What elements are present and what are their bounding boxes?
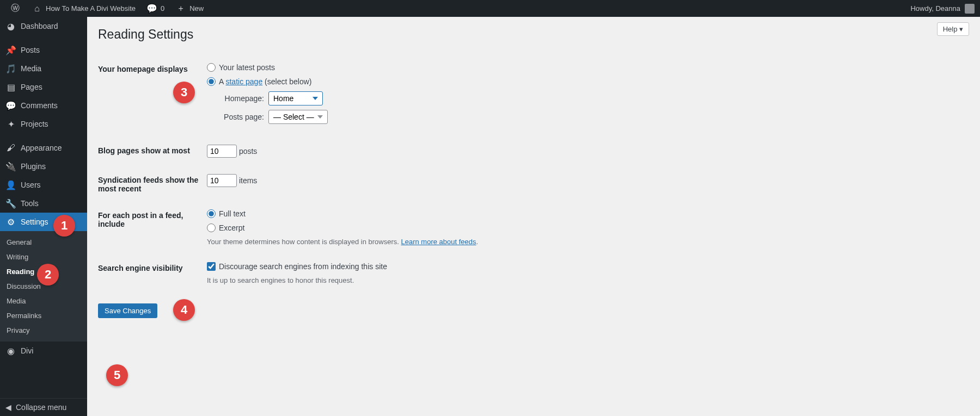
- radio-excerpt-label: Excerpt: [219, 223, 244, 232]
- home-icon: ⌂: [32, 3, 42, 14]
- projects-icon: ✦: [5, 119, 16, 129]
- plug-icon: 🔌: [5, 161, 16, 172]
- radio-latest-posts-label: Your latest posts: [219, 63, 275, 72]
- collapse-icon: ◀: [5, 403, 11, 412]
- submenu-writing[interactable]: Writing: [0, 250, 87, 264]
- blog-pages-unit: posts: [239, 147, 257, 156]
- menu-appearance[interactable]: 🖌Appearance: [0, 139, 87, 157]
- comment-icon: 💬: [5, 100, 16, 111]
- search-visibility-label: Search engine visibility: [98, 262, 207, 272]
- menu-posts[interactable]: 📌Posts: [0, 41, 87, 59]
- greeting-text: Howdy, Deanna: [910, 4, 960, 13]
- callout-2: 2: [37, 264, 59, 285]
- new-label: New: [189, 4, 204, 13]
- callout-1: 1: [53, 215, 75, 237]
- checkbox-discourage-label: Discourage search engines from indexing …: [219, 262, 387, 271]
- dashboard-icon: ◕: [5, 21, 16, 32]
- save-button[interactable]: Save Changes: [98, 303, 157, 318]
- divi-icon: ◉: [5, 345, 16, 356]
- menu-plugins[interactable]: 🔌Plugins: [0, 157, 87, 176]
- site-title: How To Make A Divi Website: [46, 4, 136, 13]
- menu-tools[interactable]: 🔧Tools: [0, 194, 87, 213]
- content-area: Help ▾ Reading Settings Your homepage di…: [87, 17, 980, 416]
- brush-icon: 🖌: [5, 142, 16, 153]
- callout-4: 4: [173, 299, 195, 321]
- search-visibility-desc: It is up to search engines to honor this…: [207, 276, 969, 284]
- media-icon: 🎵: [5, 63, 16, 74]
- page-title: Reading Settings: [98, 22, 969, 44]
- submenu-permalinks[interactable]: Permalinks: [0, 308, 87, 323]
- wp-logo[interactable]: ⓦ: [5, 0, 25, 17]
- postspage-select-label: Posts page:: [218, 113, 264, 121]
- submenu-privacy[interactable]: Privacy: [0, 323, 87, 338]
- callout-5: 5: [106, 364, 128, 386]
- help-tab[interactable]: Help ▾: [937, 22, 969, 36]
- static-page-link[interactable]: static page: [225, 77, 262, 86]
- menu-users[interactable]: 👤Users: [0, 176, 87, 194]
- syndication-label: Syndication feeds show the most recent: [98, 174, 207, 193]
- submenu-general[interactable]: General: [0, 235, 87, 250]
- user-icon: 👤: [5, 179, 16, 190]
- plus-icon: +: [175, 3, 186, 14]
- menu-dashboard[interactable]: ◕Dashboard: [0, 17, 87, 35]
- radio-full-text-label: Full text: [219, 209, 246, 218]
- avatar[interactable]: [965, 4, 975, 14]
- blog-pages-label: Blog pages show at most: [98, 145, 207, 155]
- settings-submenu: General Writing Reading Discussion Media…: [0, 231, 87, 342]
- site-link[interactable]: ⌂How To Make A Divi Website: [27, 0, 140, 17]
- menu-comments[interactable]: 💬Comments: [0, 96, 87, 115]
- comments-count: 0: [161, 4, 164, 13]
- menu-media[interactable]: 🎵Media: [0, 59, 87, 78]
- menu-projects[interactable]: ✦Projects: [0, 115, 87, 133]
- menu-pages[interactable]: ▤Pages: [0, 78, 87, 96]
- menu-divi[interactable]: ◉Divi: [0, 342, 87, 360]
- homepage-select[interactable]: Home: [268, 91, 323, 105]
- admin-bar: ⓦ ⌂How To Make A Divi Website 💬0 +New Ho…: [0, 0, 980, 17]
- page-icon: ▤: [5, 82, 16, 92]
- blog-pages-input[interactable]: [207, 145, 237, 158]
- radio-excerpt[interactable]: [207, 223, 216, 232]
- pin-icon: 📌: [5, 45, 16, 55]
- callout-3: 3: [173, 82, 195, 103]
- postspage-select[interactable]: — Select —: [268, 110, 328, 124]
- wrench-icon: 🔧: [5, 198, 16, 209]
- settings-icon: ⚙: [5, 216, 16, 227]
- syndication-unit: items: [239, 176, 257, 185]
- syndication-input[interactable]: [207, 174, 237, 187]
- feed-include-label: For each post in a feed, include: [98, 209, 207, 228]
- radio-static-page[interactable]: [207, 77, 216, 86]
- new-content[interactable]: +New: [171, 0, 208, 17]
- learn-feeds-link[interactable]: Learn more about feeds: [401, 238, 476, 246]
- radio-full-text[interactable]: [207, 209, 216, 218]
- collapse-menu[interactable]: ◀Collapse menu: [0, 398, 87, 416]
- comment-icon: 💬: [146, 3, 157, 14]
- homepage-select-label: Homepage:: [218, 94, 264, 103]
- wordpress-icon: ⓦ: [10, 3, 21, 14]
- submenu-media[interactable]: Media: [0, 294, 87, 308]
- homepage-displays-label: Your homepage displays: [98, 63, 207, 73]
- checkbox-discourage-search[interactable]: [207, 262, 216, 271]
- comments-link[interactable]: 💬0: [142, 0, 169, 17]
- radio-latest-posts[interactable]: [207, 63, 216, 72]
- admin-sidebar: ◕Dashboard 📌Posts 🎵Media ▤Pages 💬Comment…: [0, 17, 87, 416]
